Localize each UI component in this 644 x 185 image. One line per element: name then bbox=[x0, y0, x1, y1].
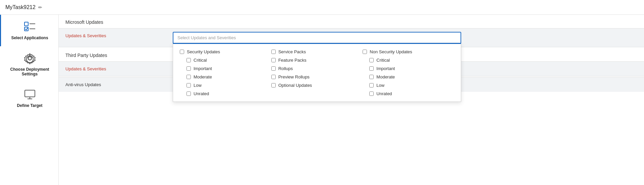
gear-icon bbox=[24, 52, 36, 64]
checkbox-low-1-input[interactable] bbox=[186, 83, 191, 87]
microsoft-updates-row: Updates & Severities Select Updates and … bbox=[59, 28, 644, 47]
checkbox-service-packs[interactable]: Service Packs bbox=[271, 49, 360, 54]
sidebar-item-choose-deployment-settings[interactable]: Choose Deployment Settings bbox=[0, 46, 58, 82]
checkbox-unrated-3[interactable]: Unrated bbox=[363, 91, 451, 96]
updates-severities-dropdown[interactable]: Select Updates and Severities bbox=[173, 32, 461, 44]
checkbox-unrated-1-input[interactable] bbox=[186, 91, 191, 96]
microsoft-updates-title: Microsoft Updates bbox=[59, 15, 644, 28]
edit-icon[interactable]: ✏ bbox=[38, 5, 42, 10]
checkbox-security-updates[interactable]: Security Updates bbox=[180, 49, 268, 54]
svg-rect-6 bbox=[25, 90, 35, 97]
sidebar: Select Applications Choose Deployment Se… bbox=[0, 15, 59, 185]
sidebar-item-choose-deployment-settings-label: Choose Deployment Settings bbox=[4, 67, 55, 76]
sidebar-item-define-target-label: Define Target bbox=[17, 103, 43, 108]
sidebar-item-select-applications[interactable]: Select Applications bbox=[0, 15, 58, 46]
updates-severities-content: Select Updates and Severities Security U… bbox=[173, 28, 644, 47]
checkbox-critical-1-label: Critical bbox=[194, 58, 207, 63]
checkbox-feature-packs-input[interactable] bbox=[271, 58, 276, 62]
checkbox-low-1[interactable]: Low bbox=[180, 83, 268, 88]
checkbox-moderate-1[interactable]: Moderate bbox=[180, 74, 268, 79]
checkbox-low-3-input[interactable] bbox=[369, 83, 374, 87]
checkbox-moderate-3-label: Moderate bbox=[376, 74, 395, 79]
checkbox-preview-rollups-label: Preview Rollups bbox=[278, 74, 310, 79]
updates-severities-label-microsoft: Updates & Severities bbox=[59, 28, 173, 43]
top-bar: MyTask9212 ✏ bbox=[0, 0, 644, 15]
checkbox-important-1[interactable]: Important bbox=[180, 66, 268, 71]
dropdown-col-non-security: Non Security Updates Critical Important bbox=[363, 49, 454, 96]
dropdown-col-service: Service Packs Feature Packs Rollups bbox=[271, 49, 363, 96]
checkbox-low-1-label: Low bbox=[194, 83, 202, 88]
checkbox-important-1-label: Important bbox=[194, 66, 212, 71]
checkbox-optional-updates-label: Optional Updates bbox=[278, 83, 312, 88]
content-area: Microsoft Updates Updates & Severities S… bbox=[59, 15, 644, 185]
checkbox-feature-packs-label: Feature Packs bbox=[278, 58, 307, 63]
svg-point-5 bbox=[28, 57, 32, 60]
dropdown-columns: Security Updates Critical Important bbox=[180, 49, 454, 96]
checkbox-critical-1[interactable]: Critical bbox=[180, 58, 268, 63]
svg-rect-0 bbox=[24, 22, 28, 26]
checkbox-important-3-input[interactable] bbox=[369, 66, 374, 71]
checkbox-important-3-label: Important bbox=[376, 66, 395, 71]
checkbox-moderate-1-input[interactable] bbox=[186, 75, 191, 79]
checkbox-moderate-3[interactable]: Moderate bbox=[363, 74, 451, 79]
checkbox-security-updates-input[interactable] bbox=[180, 50, 184, 54]
checkbox-critical-3[interactable]: Critical bbox=[363, 58, 451, 63]
checkbox-low-3-label: Low bbox=[376, 83, 384, 88]
checkbox-service-packs-label: Service Packs bbox=[278, 49, 306, 54]
checkbox-critical-3-label: Critical bbox=[376, 58, 390, 63]
checkbox-optional-updates-input[interactable] bbox=[271, 83, 276, 87]
checkbox-low-3[interactable]: Low bbox=[363, 83, 451, 88]
dropdown-col-security: Security Updates Critical Important bbox=[180, 49, 271, 96]
checkbox-optional-updates[interactable]: Optional Updates bbox=[271, 83, 360, 88]
dropdown-placeholder-text: Select Updates and Severities bbox=[177, 35, 236, 40]
checkbox-preview-rollups[interactable]: Preview Rollups bbox=[271, 74, 360, 79]
checkbox-service-packs-input[interactable] bbox=[271, 50, 276, 54]
checkbox-critical-1-input[interactable] bbox=[186, 58, 191, 62]
main-layout: Select Applications Choose Deployment Se… bbox=[0, 15, 644, 185]
checkbox-critical-3-input[interactable] bbox=[369, 58, 374, 62]
checkbox-non-security-updates[interactable]: Non Security Updates bbox=[363, 49, 451, 54]
checkbox-unrated-3-input[interactable] bbox=[369, 91, 374, 96]
monitor-icon bbox=[24, 88, 36, 101]
checkbox-important-1-input[interactable] bbox=[186, 66, 191, 71]
checkbox-important-3[interactable]: Important bbox=[363, 66, 451, 71]
checkbox-feature-packs[interactable]: Feature Packs bbox=[271, 58, 360, 63]
antivirus-updates-label: Anti-virus Updates bbox=[59, 77, 173, 92]
sidebar-item-define-target[interactable]: Define Target bbox=[0, 82, 58, 114]
checkbox-rollups-label: Rollups bbox=[278, 66, 293, 71]
sidebar-item-select-applications-label: Select Applications bbox=[11, 36, 48, 40]
checkbox-unrated-1[interactable]: Unrated bbox=[180, 91, 268, 96]
checkbox-rollups[interactable]: Rollups bbox=[271, 66, 360, 71]
checkbox-unrated-3-label: Unrated bbox=[376, 91, 392, 96]
checkbox-moderate-1-label: Moderate bbox=[194, 74, 212, 79]
page-title: MyTask9212 bbox=[5, 4, 36, 10]
checkbox-non-security-updates-label: Non Security Updates bbox=[370, 49, 412, 54]
dropdown-panel: Security Updates Critical Important bbox=[173, 43, 461, 102]
checkbox-moderate-3-input[interactable] bbox=[369, 75, 374, 79]
updates-severities-label-thirdparty: Updates & Severities bbox=[59, 62, 173, 76]
checkbox-non-security-updates-input[interactable] bbox=[363, 50, 367, 54]
checkbox-security-updates-label: Security Updates bbox=[187, 49, 220, 54]
select-applications-icon bbox=[24, 21, 36, 33]
checkbox-rollups-input[interactable] bbox=[271, 66, 276, 71]
checkbox-unrated-1-label: Unrated bbox=[194, 91, 209, 96]
checkbox-preview-rollups-input[interactable] bbox=[271, 75, 276, 79]
